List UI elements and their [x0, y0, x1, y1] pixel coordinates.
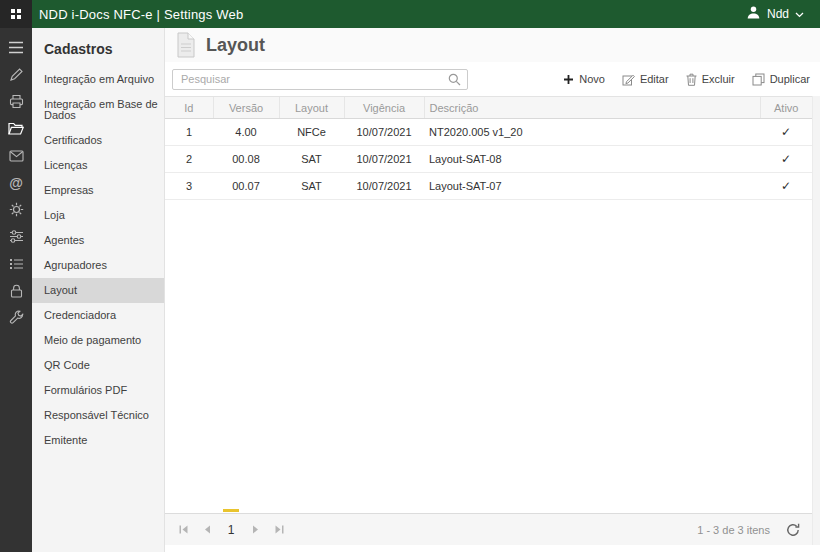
search-icon — [448, 73, 461, 88]
chevron-down-icon — [795, 7, 804, 21]
sidebar-item-emitente[interactable]: Emitente — [32, 428, 164, 453]
page-number-1[interactable]: 1 — [219, 523, 243, 537]
app-title: NDD i-Docs NFC-e | Settings Web — [39, 7, 243, 22]
novo-label: Novo — [579, 73, 605, 85]
sidebar-item-agrupadores[interactable]: Agrupadores — [32, 253, 164, 278]
cell-versao: 00.08 — [213, 146, 279, 173]
document-icon — [175, 32, 197, 58]
cell-descricao: Layout-SAT-08 — [424, 146, 760, 173]
sidebar-item-loja[interactable]: Loja — [32, 203, 164, 228]
icon-rail: @ — [0, 28, 32, 552]
cell-descricao: Layout-SAT-07 — [424, 173, 760, 200]
nav-mail-icon[interactable] — [0, 142, 32, 169]
first-page-button[interactable] — [171, 518, 195, 542]
cell-vigencia: 10/07/2021 — [344, 119, 424, 146]
nav-sliders-icon[interactable] — [0, 223, 32, 250]
prev-page-icon — [203, 524, 212, 535]
search-box — [172, 69, 468, 90]
nav-cadastros-folder-active[interactable] — [0, 115, 32, 142]
wrench-icon — [9, 310, 24, 325]
cell-vigencia: 10/07/2021 — [344, 146, 424, 173]
vertical-scrollbar[interactable] — [812, 96, 820, 545]
copy-icon — [752, 73, 765, 86]
nav-at-icon[interactable]: @ — [0, 169, 32, 196]
table-row[interactable]: 1 4.00 NFCe 10/07/2021 NT2020.005 v1_20 … — [165, 119, 812, 146]
prev-page-button[interactable] — [195, 518, 219, 542]
sidebar-item-layout[interactable]: Layout — [32, 278, 164, 303]
first-page-icon — [177, 524, 190, 535]
cell-layout: NFCe — [279, 119, 344, 146]
sidebar-item-meio-pagamento[interactable]: Meio de pagamento — [32, 328, 164, 353]
edit-icon — [622, 73, 635, 86]
refresh-icon — [786, 523, 800, 537]
cell-versao: 4.00 — [213, 119, 279, 146]
page-title: Layout — [206, 35, 265, 56]
lock-icon — [10, 284, 23, 298]
search-input[interactable] — [172, 69, 468, 90]
next-page-icon — [251, 524, 260, 535]
plus-icon — [563, 74, 574, 85]
table-row[interactable]: 2 00.08 SAT 10/07/2021 Layout-SAT-08 ✓ — [165, 146, 812, 173]
nav-printer-icon[interactable] — [0, 88, 32, 115]
cell-id: 1 — [165, 119, 213, 146]
menu-toggle-button[interactable] — [0, 34, 32, 61]
col-header-vigencia[interactable]: Vigência — [344, 97, 424, 119]
grid-header-row: Id Versão Layout Vigência Descrição Ativ… — [165, 97, 812, 119]
sidebar-item-certificados[interactable]: Certificados — [32, 128, 164, 153]
pager: 1 1 - 3 de 3 itens — [165, 513, 812, 545]
cadastros-sidebar: Cadastros Integração em Arquivo Integraç… — [32, 28, 165, 552]
editar-label: Editar — [640, 73, 669, 85]
col-header-id[interactable]: Id — [165, 97, 213, 119]
pager-info: 1 - 3 de 3 itens — [697, 524, 770, 536]
nav-security-icon[interactable] — [0, 277, 32, 304]
user-icon — [746, 5, 761, 23]
action-buttons: Novo Editar Excluir Duplicar — [563, 73, 810, 86]
col-header-ativo[interactable]: Ativo — [760, 97, 812, 119]
next-page-button[interactable] — [243, 518, 267, 542]
col-header-layout[interactable]: Layout — [279, 97, 344, 119]
sidebar-item-formularios-pdf[interactable]: Formulários PDF — [32, 378, 164, 403]
nav-list-icon[interactable] — [0, 250, 32, 277]
sidebar-item-integracao-arquivo[interactable]: Integração em Arquivo — [32, 67, 164, 92]
sidebar-item-licencas[interactable]: Licenças — [32, 153, 164, 178]
user-name: Ndd — [767, 7, 789, 21]
refresh-button[interactable] — [786, 523, 800, 537]
trash-icon — [686, 73, 697, 86]
cell-layout: SAT — [279, 173, 344, 200]
excluir-button[interactable]: Excluir — [686, 73, 735, 86]
cell-descricao: NT2020.005 v1_20 — [424, 119, 760, 146]
sidebar-item-credenciadora[interactable]: Credenciadora — [32, 303, 164, 328]
user-menu[interactable]: Ndd — [746, 5, 820, 23]
novo-button[interactable]: Novo — [563, 73, 605, 85]
cell-id: 3 — [165, 173, 213, 200]
col-header-versao[interactable]: Versão — [213, 97, 279, 119]
sidebar-item-qr-code[interactable]: QR Code — [32, 353, 164, 378]
app-launcher-button[interactable] — [0, 0, 32, 28]
layout-grid: Id Versão Layout Vigência Descrição Ativ… — [165, 96, 812, 200]
last-page-button[interactable] — [267, 518, 291, 542]
ativo-check-icon: ✓ — [760, 119, 812, 146]
mail-icon — [9, 150, 24, 162]
sidebar-item-responsavel-tecnico[interactable]: Responsável Técnico — [32, 403, 164, 428]
col-header-descricao[interactable]: Descrição — [424, 97, 760, 119]
sidebar-item-integracao-base-dados[interactable]: Integração em Base de Dados — [32, 92, 164, 128]
cell-layout: SAT — [279, 146, 344, 173]
nav-tools-icon[interactable] — [0, 304, 32, 331]
ativo-check-icon: ✓ — [760, 173, 812, 200]
sidebar-item-empresas[interactable]: Empresas — [32, 178, 164, 203]
table-row[interactable]: 3 00.07 SAT 10/07/2021 Layout-SAT-07 ✓ — [165, 173, 812, 200]
folder-open-icon — [8, 122, 24, 135]
sidebar-list: Integração em Arquivo Integração em Base… — [32, 67, 164, 453]
duplicar-button[interactable]: Duplicar — [752, 73, 810, 86]
sidebar-item-agentes[interactable]: Agentes — [32, 228, 164, 253]
duplicar-label: Duplicar — [770, 73, 810, 85]
nav-pen-icon[interactable] — [0, 61, 32, 88]
topbar: NDD i-Docs NFC-e | Settings Web Ndd — [0, 0, 820, 28]
sidebar-title: Cadastros — [32, 28, 164, 67]
waffle-icon — [11, 9, 21, 19]
main-content: Layout Novo Editar Exc — [165, 28, 820, 552]
nav-settings-icon[interactable] — [0, 196, 32, 223]
at-icon: @ — [9, 175, 23, 191]
gear-icon — [9, 202, 24, 217]
editar-button[interactable]: Editar — [622, 73, 669, 86]
